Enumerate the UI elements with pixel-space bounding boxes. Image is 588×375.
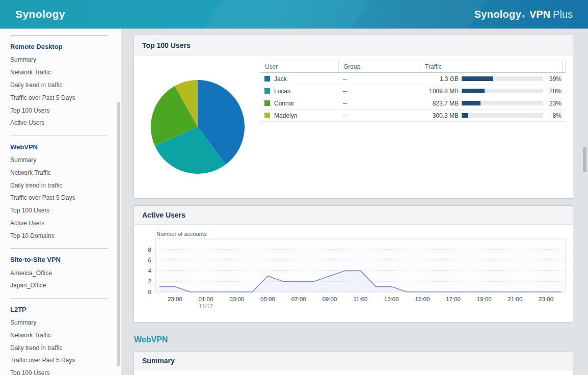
top-users-panel: Top 100 Users User Group Traffic Jack--1… [133,35,573,199]
user-name: Lucas [274,88,290,95]
traffic-bar-fill [462,89,485,93]
active-users-panel-body: Number of accounts 0246823:0001:0003:000… [134,225,573,322]
sidebar-item-l2tp-top-100-users[interactable]: Top 100 Users [10,367,121,375]
svg-text:8: 8 [148,247,151,253]
traffic-bar-fill [462,113,468,118]
sidebar-nav: Remote DesktopSummaryNetwork TrafficDail… [0,29,121,375]
sidebar-section-remote-desktop: Remote Desktop [10,43,121,50]
sidebar-item-l2tp-daily-trend-in-traffic[interactable]: Daily trend in traffic [10,341,121,354]
webvpn-section-heading: WebVPN [134,335,588,344]
svg-text:19:00: 19:00 [477,296,492,302]
top-users-panel-header: Top 100 Users [134,35,573,56]
sidebar-item-webvpn-top-100-users[interactable]: Top 100 Users [10,204,121,217]
traffic-bar [459,89,543,93]
active-users-chart-svg: 0246823:0001:0003:0005:0007:0009:0011:00… [134,238,567,315]
sidebar-divider [10,136,108,136]
traffic-value: 823.7 MB [419,100,459,107]
svg-text:6: 6 [148,257,151,263]
table-row: Connor--823.7 MB23% [260,97,566,110]
svg-text:03:00: 03:00 [229,296,244,302]
sidebar-scrollbar-thumb[interactable] [117,102,120,366]
sidebar-section-site-to-site-vpn: Site-to-Site VPN [10,256,121,263]
traffic-pie-svg [150,79,245,174]
sidebar-item-webvpn-summary[interactable]: Summary [10,154,121,167]
report-content: Top 100 Users User Group Traffic Jack--1… [121,29,588,375]
svg-text:09:00: 09:00 [322,296,337,302]
user-color-swatch [264,100,270,106]
active-users-line-chart: 0246823:0001:0003:0005:0007:0009:0011:00… [134,238,573,317]
sidebar-item-remote-desktop-summary[interactable]: Summary [10,53,121,66]
user-cell: Lucas [260,88,338,95]
summary-panel-body [134,370,573,375]
sidebar-item-webvpn-top-10-domains[interactable]: Top 10 Domains [10,229,121,242]
svg-text:17:00: 17:00 [446,296,461,302]
traffic-percent: 23% [543,100,562,107]
brand-logo-plus: Plus [553,9,573,20]
traffic-bar-track [462,89,543,93]
column-header-traffic[interactable]: Traffic [420,61,562,72]
table-rows: Jack--1.3 GB39%Lucas--1009.8 MB28%Connor… [260,73,566,122]
group-value: -- [338,112,419,119]
sidebar-item-remote-desktop-traffic-over-past-5-days[interactable]: Traffic over Past 5 Days [10,91,121,104]
sidebar-item-webvpn-daily-trend-in-traffic[interactable]: Daily trend in traffic [10,179,121,192]
sidebar-item-remote-desktop-daily-trend-in-traffic[interactable]: Daily trend in traffic [10,79,121,92]
active-users-panel: Active Users Number of accounts 0246823:… [133,205,573,323]
group-value: -- [338,88,419,95]
active-users-panel-header: Active Users [134,206,573,225]
traffic-bar-track [462,113,543,118]
sidebar-section-webvpn: WebVPN [10,143,121,151]
vpn-plus-report-window: Synology Synology® VPN Plus Remote Deskt… [0,0,588,375]
traffic-bar-fill [462,101,480,105]
sidebar-item-remote-desktop-top-100-users[interactable]: Top 100 Users [10,104,121,117]
column-header-spacer [562,61,566,72]
app-title: Synology [15,8,65,20]
traffic-value: 1.3 GB [419,75,459,83]
panel-title: Summary [142,357,175,365]
user-name: Jack [274,75,287,83]
sidebar-item-l2tp-network-traffic[interactable]: Network Traffic [10,329,121,342]
panel-title: Active Users [142,211,185,219]
brand-logo: Synology® VPN Plus [474,9,573,20]
table-row: Jack--1.3 GB39% [260,73,566,85]
group-value: -- [338,75,419,83]
svg-text:13:00: 13:00 [384,296,399,302]
content-scrollbar-thumb[interactable] [583,147,586,172]
traffic-pie-chart [150,79,245,174]
svg-text:23:00: 23:00 [539,296,553,302]
sidebar-section-l2tp: L2TP [10,306,121,313]
traffic-percent: 28% [543,88,562,95]
brand-logo-vpn: VPN [529,9,550,20]
svg-text:0: 0 [148,289,151,295]
svg-text:07:00: 07:00 [291,296,306,302]
sidebar-item-l2tp-traffic-over-past-5-days[interactable]: Traffic over Past 5 Days [10,354,121,367]
sidebar-item-remote-desktop-active-users[interactable]: Active Users [10,117,121,129]
table-row: Madelyn--300.3 MB8% [260,110,566,122]
brand-logo-synology: Synology [474,9,521,20]
user-cell: Madelyn [260,112,338,119]
registered-mark-icon: ® [522,14,525,19]
sidebar-item-site-to-site-vpn-japan-office[interactable]: Japan_Office [10,279,121,292]
panel-title: Top 100 Users [142,41,191,49]
svg-text:2: 2 [148,278,151,284]
sidebar-item-l2tp-summary[interactable]: Summary [10,316,121,329]
sidebar-item-remote-desktop-network-traffic[interactable]: Network Traffic [10,66,121,79]
traffic-percent: 39% [543,75,562,83]
sidebar-sections: Remote DesktopSummaryNetwork TrafficDail… [10,35,121,375]
sidebar-item-webvpn-active-users[interactable]: Active Users [10,217,121,230]
traffic-bar [459,76,543,81]
group-value: -- [338,100,419,107]
sidebar-divider [10,35,108,36]
sidebar-item-site-to-site-vpn-america-office[interactable]: America_Office [10,266,121,279]
traffic-value: 300.3 MB [419,112,459,119]
column-header-user[interactable]: User [260,61,338,72]
sidebar-item-webvpn-network-traffic[interactable]: Network Traffic [10,166,121,179]
user-cell: Connor [260,100,338,107]
traffic-bar [459,113,543,118]
user-color-swatch [264,76,270,82]
column-header-group[interactable]: Group [338,61,420,72]
svg-text:01:00: 01:00 [199,296,213,302]
user-name: Madelyn [274,112,297,119]
svg-text:15:00: 15:00 [415,296,430,302]
sidebar-divider [10,248,108,249]
sidebar-item-webvpn-traffic-over-past-5-days[interactable]: Traffic over Past 5 Days [10,192,121,204]
